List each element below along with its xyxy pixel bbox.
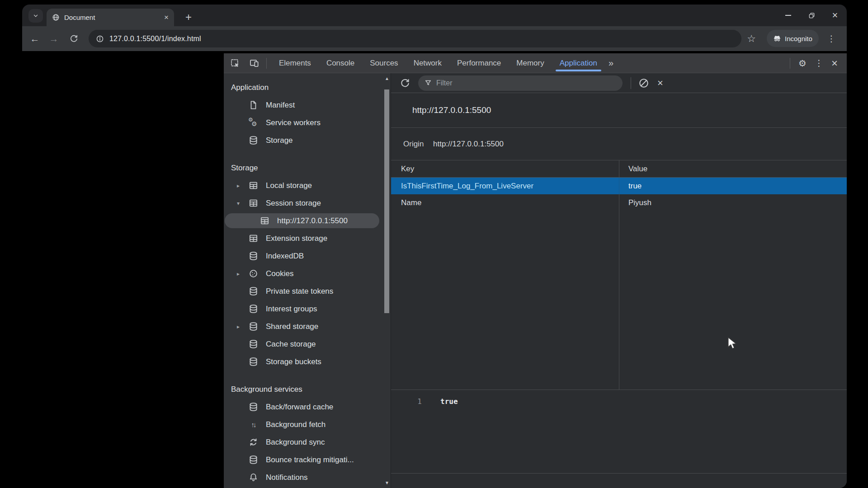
browser-window: Document × + × ← → <box>22 5 847 488</box>
table-icon <box>248 233 259 244</box>
value-preview-pane[interactable]: 1 true <box>391 389 847 473</box>
devtools-menu-button[interactable]: ⋮ <box>815 58 823 68</box>
toolbar-separator <box>790 58 790 69</box>
sidebar-item-indexeddb[interactable]: IndexedDB <box>224 247 383 265</box>
minimize-button[interactable] <box>776 5 800 26</box>
address-bar[interactable]: 127.0.0.1:5500/1/index.html <box>89 30 741 47</box>
sidebar-item-manifest[interactable]: Manifest <box>224 96 383 114</box>
bookmark-button[interactable]: ☆ <box>743 26 760 51</box>
minimize-icon <box>785 15 791 16</box>
table-empty-area[interactable] <box>391 211 847 389</box>
forward-button[interactable]: → <box>46 26 62 51</box>
inspect-element-button[interactable] <box>227 53 243 73</box>
sidebar-item-storage-buckets[interactable]: Storage buckets <box>224 353 383 371</box>
tab-network[interactable]: Network <box>406 53 449 73</box>
section-application: Application <box>224 79 383 96</box>
sidebar-item-bounce-tracking[interactable]: Bounce tracking mitigati... <box>224 451 383 469</box>
table-row[interactable]: Name Piyush <box>391 194 847 211</box>
sidebar-item-notifications[interactable]: Notifications <box>224 469 383 486</box>
database-icon <box>248 339 259 350</box>
sidebar-item-background-sync[interactable]: Background sync <box>224 433 383 451</box>
delete-selected-button[interactable]: × <box>657 78 663 88</box>
device-toolbar-button[interactable] <box>246 53 262 73</box>
origin-row: Origin http://127.0.0.1:5500 <box>391 128 847 160</box>
gears-icon: ⚙⚙ <box>248 117 259 128</box>
tab-performance[interactable]: Performance <box>449 53 509 73</box>
window-controls: × <box>776 5 847 26</box>
expander-collapsed-icon[interactable]: ▸ <box>237 271 248 277</box>
cookie-icon <box>248 268 259 279</box>
browser-tab[interactable]: Document × <box>47 9 174 26</box>
browser-menu-button[interactable]: ⋮ <box>825 26 838 51</box>
reload-button[interactable] <box>66 26 82 51</box>
back-button[interactable]: ← <box>27 26 43 51</box>
incognito-badge: Incognito <box>767 30 819 47</box>
settings-button[interactable]: ⚙ <box>798 58 807 69</box>
vertical-dots-icon: ⋮ <box>827 33 836 44</box>
gear-icon: ⚙ <box>798 58 807 68</box>
sidebar-item-cookies[interactable]: ▸ Cookies <box>224 265 383 282</box>
clear-all-button[interactable] <box>638 78 649 89</box>
scrollbar-thumb[interactable] <box>384 89 389 313</box>
tab-search-button[interactable] <box>28 9 43 23</box>
tab-elements[interactable]: Elements <box>271 53 319 73</box>
funnel-icon <box>425 79 432 87</box>
more-tabs-button[interactable]: » <box>605 53 617 73</box>
new-tab-button[interactable]: + <box>181 10 196 24</box>
expander-collapsed-icon[interactable]: ▸ <box>237 324 248 330</box>
tab-close-icon[interactable]: × <box>164 14 169 21</box>
sidebar-item-extension-storage[interactable]: Extension storage <box>224 230 383 247</box>
database-icon <box>248 286 259 297</box>
sidebar-item-service-workers[interactable]: ⚙⚙ Service workers <box>224 114 383 131</box>
column-header-value[interactable]: Value <box>619 160 847 177</box>
toolbar-separator <box>631 77 631 89</box>
back-arrow-icon: ← <box>30 33 40 44</box>
row-value: true <box>619 178 847 194</box>
storage-panel-toolbar: × <box>391 73 847 93</box>
refresh-button[interactable] <box>400 78 410 88</box>
origin-label: Origin <box>391 140 433 149</box>
globe-icon <box>52 14 60 21</box>
sidebar-item-payment-handler[interactable]: Payment handler <box>224 486 383 488</box>
tab-memory[interactable]: Memory <box>509 53 552 73</box>
scroll-up-arrow[interactable]: ▲ <box>383 76 391 81</box>
devices-icon <box>250 58 259 68</box>
sidebar-item-private-state-tokens[interactable]: Private state tokens <box>224 282 383 300</box>
inspect-icon <box>231 59 240 68</box>
vertical-dots-icon: ⋮ <box>815 58 823 68</box>
expander-expanded-icon[interactable]: ▾ <box>237 200 248 206</box>
database-icon <box>248 304 259 314</box>
tab-title: Document <box>64 14 160 21</box>
sidebar-item-session-storage-origin[interactable]: http://127.0.0.1:5500 <box>224 212 383 230</box>
column-header-key[interactable]: Key <box>391 160 619 177</box>
sidebar-item-session-storage[interactable]: ▾ Session storage <box>224 194 383 212</box>
tab-sources[interactable]: Sources <box>362 53 406 73</box>
preview-line-number: 1 <box>391 397 422 406</box>
tab-console[interactable]: Console <box>319 53 362 73</box>
up-down-arrows-icon: ↑↓ <box>248 419 259 430</box>
sidebar-scrollbar[interactable]: ▲ ▼ <box>383 73 391 488</box>
star-icon: ☆ <box>747 33 756 45</box>
table-row[interactable]: IsThisFirstTime_Log_From_LiveServer true <box>391 178 847 194</box>
sidebar-item-interest-groups[interactable]: Interest groups <box>224 300 383 318</box>
devtools-close-button[interactable]: × <box>831 58 838 69</box>
expander-collapsed-icon[interactable]: ▸ <box>237 183 248 189</box>
filter-input[interactable] <box>436 79 616 87</box>
sidebar-item-back-forward-cache[interactable]: Back/forward cache <box>224 398 383 416</box>
maximize-button[interactable] <box>800 5 823 26</box>
sidebar-item-shared-storage[interactable]: ▸ Shared storage <box>224 318 383 335</box>
database-icon <box>248 251 259 262</box>
refresh-icon <box>400 78 410 88</box>
close-window-button[interactable]: × <box>823 5 847 26</box>
restore-icon <box>808 12 815 19</box>
sidebar-item-local-storage[interactable]: ▸ Local storage <box>224 177 383 194</box>
sidebar-item-background-fetch[interactable]: ↑↓ Background fetch <box>224 416 383 433</box>
tab-application[interactable]: Application <box>552 53 605 73</box>
bell-icon <box>248 472 259 483</box>
info-icon[interactable] <box>96 35 104 43</box>
sidebar-item-storage[interactable]: Storage <box>224 131 383 149</box>
screenshot-stage: Document × + × ← → <box>0 0 868 488</box>
file-icon <box>248 100 259 111</box>
scroll-down-arrow[interactable]: ▼ <box>383 480 391 485</box>
sidebar-item-cache-storage[interactable]: Cache storage <box>224 335 383 353</box>
